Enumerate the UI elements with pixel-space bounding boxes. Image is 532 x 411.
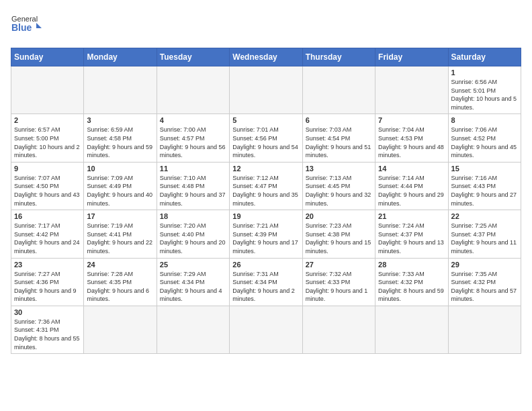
day-info: Sunrise: 7:12 AM Sunset: 4:47 PM Dayligh… — [232, 174, 299, 208]
day-number: 11 — [160, 165, 226, 173]
weekday-header-row: SundayMondayTuesdayWednesdayThursdayFrid… — [11, 48, 521, 66]
calendar-cell: 1Sunrise: 6:56 AM Sunset: 5:01 PM Daylig… — [448, 66, 521, 114]
calendar-cell: 15Sunrise: 7:16 AM Sunset: 4:43 PM Dayli… — [448, 162, 521, 210]
day-number: 19 — [232, 212, 299, 220]
calendar-cell: 6Sunrise: 7:03 AM Sunset: 4:54 PM Daylig… — [302, 114, 375, 162]
calendar-week-row: 9Sunrise: 7:07 AM Sunset: 4:50 PM Daylig… — [11, 162, 521, 210]
day-info: Sunrise: 7:09 AM Sunset: 4:49 PM Dayligh… — [87, 174, 153, 208]
calendar-cell — [375, 66, 448, 114]
calendar-cell: 10Sunrise: 7:09 AM Sunset: 4:49 PM Dayli… — [84, 162, 157, 210]
day-number: 26 — [232, 261, 299, 269]
svg-marker-2 — [36, 23, 42, 28]
day-number: 1 — [451, 68, 518, 77]
calendar-week-row: 23Sunrise: 7:27 AM Sunset: 4:36 PM Dayli… — [11, 258, 521, 306]
day-number: 28 — [378, 261, 445, 269]
calendar-cell: 13Sunrise: 7:13 AM Sunset: 4:45 PM Dayli… — [302, 162, 375, 210]
day-info: Sunrise: 7:27 AM Sunset: 4:36 PM Dayligh… — [14, 270, 81, 304]
day-info: Sunrise: 7:25 AM Sunset: 4:37 PM Dayligh… — [451, 222, 518, 255]
day-number: 2 — [14, 116, 81, 124]
calendar-week-row: 2Sunrise: 6:57 AM Sunset: 5:00 PM Daylig… — [11, 114, 521, 162]
logo-svg: General Blue — [11, 11, 44, 41]
day-number: 20 — [306, 212, 372, 220]
day-info: Sunrise: 7:01 AM Sunset: 4:56 PM Dayligh… — [232, 126, 299, 159]
calendar-cell: 21Sunrise: 7:24 AM Sunset: 4:37 PM Dayli… — [375, 210, 448, 258]
day-info: Sunrise: 7:31 AM Sunset: 4:34 PM Dayligh… — [232, 270, 299, 304]
calendar-cell: 30Sunrise: 7:36 AM Sunset: 4:31 PM Dayli… — [11, 306, 84, 353]
day-number: 13 — [306, 165, 372, 173]
weekday-header-thursday: Thursday — [302, 48, 375, 66]
day-number: 7 — [378, 116, 445, 124]
weekday-header-tuesday: Tuesday — [157, 48, 229, 66]
day-number: 3 — [87, 116, 153, 124]
day-info: Sunrise: 7:07 AM Sunset: 4:50 PM Dayligh… — [14, 174, 81, 208]
day-info: Sunrise: 7:00 AM Sunset: 4:57 PM Dayligh… — [160, 126, 226, 159]
weekday-header-monday: Monday — [84, 48, 157, 66]
day-number: 22 — [451, 212, 518, 220]
calendar-cell — [84, 66, 157, 114]
day-number: 17 — [87, 212, 153, 220]
calendar-week-row: 30Sunrise: 7:36 AM Sunset: 4:31 PM Dayli… — [11, 306, 521, 353]
calendar-cell: 23Sunrise: 7:27 AM Sunset: 4:36 PM Dayli… — [11, 258, 84, 306]
calendar-cell — [11, 66, 84, 114]
calendar-cell: 5Sunrise: 7:01 AM Sunset: 4:56 PM Daylig… — [230, 114, 302, 162]
calendar-cell: 22Sunrise: 7:25 AM Sunset: 4:37 PM Dayli… — [448, 210, 521, 258]
day-number: 4 — [160, 116, 226, 124]
day-info: Sunrise: 7:29 AM Sunset: 4:34 PM Dayligh… — [160, 270, 226, 304]
day-info: Sunrise: 7:33 AM Sunset: 4:32 PM Dayligh… — [378, 270, 445, 304]
calendar-cell: 17Sunrise: 7:19 AM Sunset: 4:41 PM Dayli… — [84, 210, 157, 258]
day-number: 21 — [378, 212, 445, 220]
day-info: Sunrise: 7:19 AM Sunset: 4:41 PM Dayligh… — [87, 222, 153, 255]
day-info: Sunrise: 7:23 AM Sunset: 4:38 PM Dayligh… — [306, 222, 372, 255]
calendar-cell: 20Sunrise: 7:23 AM Sunset: 4:38 PM Dayli… — [302, 210, 375, 258]
weekday-header-wednesday: Wednesday — [230, 48, 302, 66]
day-info: Sunrise: 7:14 AM Sunset: 4:44 PM Dayligh… — [378, 174, 445, 208]
calendar-week-row: 1Sunrise: 6:56 AM Sunset: 5:01 PM Daylig… — [11, 66, 521, 114]
calendar-cell: 26Sunrise: 7:31 AM Sunset: 4:34 PM Dayli… — [230, 258, 302, 306]
day-info: Sunrise: 7:03 AM Sunset: 4:54 PM Dayligh… — [306, 126, 372, 159]
day-info: Sunrise: 6:57 AM Sunset: 5:00 PM Dayligh… — [14, 126, 81, 159]
day-info: Sunrise: 7:20 AM Sunset: 4:40 PM Dayligh… — [160, 222, 226, 255]
calendar-cell: 3Sunrise: 6:59 AM Sunset: 4:58 PM Daylig… — [84, 114, 157, 162]
day-number: 30 — [14, 308, 81, 316]
day-info: Sunrise: 7:13 AM Sunset: 4:45 PM Dayligh… — [306, 174, 372, 208]
day-info: Sunrise: 7:21 AM Sunset: 4:39 PM Dayligh… — [232, 222, 299, 255]
calendar-cell — [302, 306, 375, 353]
calendar-cell: 14Sunrise: 7:14 AM Sunset: 4:44 PM Dayli… — [375, 162, 448, 210]
day-number: 25 — [160, 261, 226, 269]
day-info: Sunrise: 7:28 AM Sunset: 4:35 PM Dayligh… — [87, 270, 153, 304]
calendar-cell: 16Sunrise: 7:17 AM Sunset: 4:42 PM Dayli… — [11, 210, 84, 258]
day-number: 10 — [87, 165, 153, 173]
day-number: 23 — [14, 261, 81, 269]
page-header: General Blue — [11, 11, 521, 41]
day-number: 24 — [87, 261, 153, 269]
day-info: Sunrise: 7:16 AM Sunset: 4:43 PM Dayligh… — [451, 174, 518, 208]
day-number: 18 — [160, 212, 226, 220]
calendar-cell — [230, 66, 302, 114]
day-number: 27 — [306, 261, 372, 269]
logo: General Blue — [11, 11, 44, 41]
day-info: Sunrise: 7:36 AM Sunset: 4:31 PM Dayligh… — [14, 318, 81, 351]
day-number: 14 — [378, 165, 445, 173]
calendar-cell: 24Sunrise: 7:28 AM Sunset: 4:35 PM Dayli… — [84, 258, 157, 306]
day-info: Sunrise: 6:56 AM Sunset: 5:01 PM Dayligh… — [451, 78, 518, 111]
calendar-cell — [230, 306, 302, 353]
calendar-cell — [448, 306, 521, 353]
calendar-cell: 19Sunrise: 7:21 AM Sunset: 4:39 PM Dayli… — [230, 210, 302, 258]
day-number: 15 — [451, 165, 518, 173]
calendar-cell: 25Sunrise: 7:29 AM Sunset: 4:34 PM Dayli… — [157, 258, 229, 306]
weekday-header-sunday: Sunday — [11, 48, 84, 66]
weekday-header-saturday: Saturday — [448, 48, 521, 66]
day-number: 9 — [14, 165, 81, 173]
day-number: 12 — [232, 165, 299, 173]
day-number: 8 — [451, 116, 518, 124]
calendar-cell: 4Sunrise: 7:00 AM Sunset: 4:57 PM Daylig… — [157, 114, 229, 162]
day-info: Sunrise: 7:35 AM Sunset: 4:32 PM Dayligh… — [451, 270, 518, 304]
calendar-table: SundayMondayTuesdayWednesdayThursdayFrid… — [11, 48, 521, 354]
day-info: Sunrise: 7:17 AM Sunset: 4:42 PM Dayligh… — [14, 222, 81, 255]
calendar-cell: 2Sunrise: 6:57 AM Sunset: 5:00 PM Daylig… — [11, 114, 84, 162]
calendar-cell: 7Sunrise: 7:04 AM Sunset: 4:53 PM Daylig… — [375, 114, 448, 162]
calendar-cell: 27Sunrise: 7:32 AM Sunset: 4:33 PM Dayli… — [302, 258, 375, 306]
day-info: Sunrise: 7:06 AM Sunset: 4:52 PM Dayligh… — [451, 126, 518, 159]
calendar-cell — [157, 66, 229, 114]
calendar-cell: 11Sunrise: 7:10 AM Sunset: 4:48 PM Dayli… — [157, 162, 229, 210]
